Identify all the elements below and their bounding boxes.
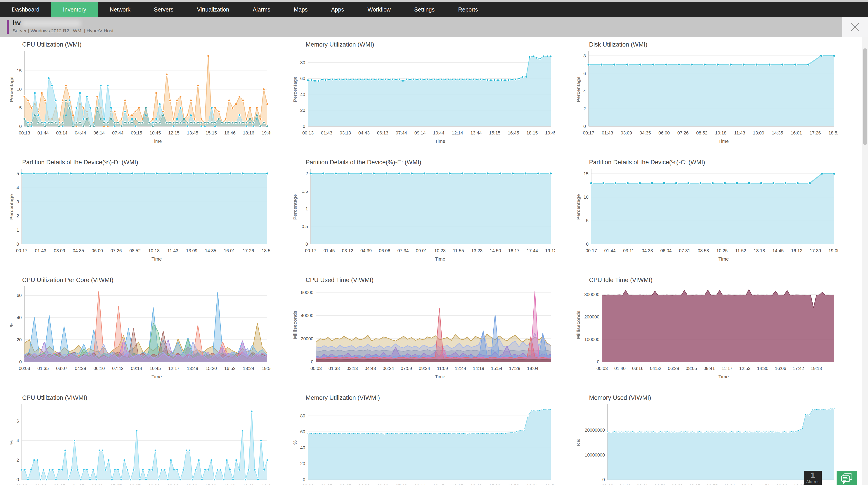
svg-text:60: 60 [300, 429, 305, 434]
svg-text:06:24: 06:24 [382, 366, 394, 371]
nav-item-network[interactable]: Network [98, 2, 142, 17]
nav-item-workflow[interactable]: Workflow [356, 2, 402, 17]
svg-text:01:35: 01:35 [37, 366, 49, 371]
y-axis-label: Percentage [9, 194, 14, 220]
svg-text:20: 20 [300, 461, 305, 466]
nav-item-virtualization[interactable]: Virtualization [185, 2, 241, 17]
svg-text:2: 2 [17, 458, 19, 463]
nav-item-inventory[interactable]: Inventory [51, 2, 98, 17]
svg-text:15: 15 [584, 171, 589, 176]
nav-item-dashboard[interactable]: Dashboard [0, 2, 51, 17]
chart-card-4: Partition Details of the Device(%)-E: (W… [292, 157, 572, 274]
svg-text:07:44: 07:44 [396, 130, 407, 135]
svg-text:0: 0 [597, 359, 599, 364]
svg-text:09:01: 09:01 [416, 248, 427, 253]
nav-item-reports[interactable]: Reports [446, 2, 490, 17]
close-icon [850, 22, 860, 32]
svg-text:80: 80 [300, 413, 305, 418]
chart-canvas[interactable]: 020406000:0301:3503:0704:3806:1007:4209:… [9, 284, 271, 374]
svg-text:10:45: 10:45 [433, 484, 444, 485]
svg-text:08:05: 08:05 [686, 366, 697, 371]
chart-title: Partition Details of the Device(%)-E: (W… [306, 159, 572, 166]
svg-text:19:45: 19:45 [545, 130, 555, 135]
svg-text:10:25: 10:25 [716, 248, 728, 253]
svg-text:03:16: 03:16 [632, 366, 644, 371]
svg-text:200000: 200000 [585, 314, 600, 319]
svg-text:40000: 40000 [301, 313, 313, 318]
svg-text:12:53: 12:53 [739, 366, 751, 371]
chart-canvas[interactable]: 02040608000:0301:3503:0704:3806:1007:420… [292, 402, 555, 485]
svg-text:0: 0 [17, 241, 19, 247]
svg-text:12:08: 12:08 [167, 484, 178, 485]
y-axis-label: KB [576, 439, 581, 446]
chart-card-8: CPU Idle Time (VIWMI)0100000200000300000… [576, 274, 855, 392]
close-button[interactable] [842, 17, 868, 37]
svg-text:13:39: 13:39 [186, 484, 197, 485]
svg-text:07:26: 07:26 [677, 130, 689, 135]
chart-canvas[interactable]: 0246800:1701:4303:0904:3506:0007:2608:52… [576, 48, 838, 138]
svg-text:03:11: 03:11 [623, 248, 634, 253]
svg-text:18:24: 18:24 [526, 484, 538, 485]
nav-item-settings[interactable]: Settings [402, 2, 446, 17]
svg-text:4: 4 [583, 89, 586, 94]
svg-text:14:19: 14:19 [473, 366, 484, 371]
svg-text:06:00: 06:00 [658, 130, 670, 135]
svg-text:17:42: 17:42 [793, 366, 804, 371]
svg-text:19:04: 19:04 [527, 366, 538, 371]
device-title: hv [13, 19, 81, 27]
x-axis-label: Time [9, 374, 288, 380]
chart-canvas[interactable]: 00.511.5200:1701:4503:1204:3906:0607:340… [292, 166, 555, 256]
svg-text:00:03: 00:03 [310, 366, 322, 371]
chart-title: Memory Used (VIWMI) [589, 394, 855, 401]
chart-canvas[interactable]: 010000020000030000000:0301:4003:1604:520… [576, 284, 838, 374]
alarms-badge[interactable]: 1 Alarms [804, 471, 822, 485]
x-axis-label: Time [292, 138, 572, 144]
svg-text:16:17: 16:17 [508, 248, 519, 253]
chart-canvas[interactable]: 02040608000:1301:4303:1304:4306:1307:440… [292, 48, 555, 138]
svg-text:80: 80 [300, 60, 305, 65]
chart-title: Partition Details of the Device(%)-D: (W… [22, 159, 288, 166]
svg-text:00:17: 00:17 [16, 248, 27, 253]
svg-text:40: 40 [300, 92, 305, 97]
chart-canvas[interactable]: 05101500:1301:4403:1404:4406:1407:4409:1… [9, 48, 271, 138]
svg-text:6: 6 [583, 71, 586, 76]
chart-canvas[interactable]: 024600:0301:3403:0504:3506:0607:3709:071… [9, 402, 271, 485]
svg-text:04:38: 04:38 [358, 484, 369, 485]
chart-canvas[interactable]: 0100000002000000000:0301:4203:2104:5906:… [576, 402, 838, 485]
svg-text:300000: 300000 [585, 292, 600, 297]
svg-text:06:04: 06:04 [660, 248, 672, 253]
svg-text:04:35: 04:35 [73, 484, 84, 485]
chart-canvas[interactable]: 01234500:1701:4303:0904:3506:0007:2608:5… [9, 166, 271, 256]
nav-item-alarms[interactable]: Alarms [241, 2, 282, 17]
nav-item-servers[interactable]: Servers [142, 2, 185, 17]
svg-text:12:15: 12:15 [168, 130, 180, 135]
svg-text:18:52: 18:52 [829, 130, 838, 135]
svg-text:18:11: 18:11 [243, 484, 254, 485]
nav-item-apps[interactable]: Apps [319, 2, 356, 17]
y-axis-label: % [292, 440, 298, 445]
svg-text:00:03: 00:03 [596, 366, 608, 371]
scrollbar-thumb[interactable] [863, 48, 867, 145]
scrollbar-track[interactable] [862, 37, 868, 485]
nav-item-maps[interactable]: Maps [282, 2, 319, 17]
svg-text:01:40: 01:40 [614, 366, 626, 371]
svg-text:10:18: 10:18 [148, 248, 160, 253]
chart-canvas[interactable]: 020000400006000000:0301:3803:1304:4806:2… [292, 284, 555, 374]
svg-text:00:13: 00:13 [19, 130, 30, 135]
chart-canvas[interactable]: 05101500:1701:4403:1104:3806:0407:3108:5… [576, 166, 838, 256]
svg-text:03:05: 03:05 [54, 484, 65, 485]
svg-text:15:10: 15:10 [205, 484, 216, 485]
svg-text:13:09: 13:09 [753, 130, 764, 135]
svg-text:09:41: 09:41 [704, 366, 715, 371]
svg-text:04:35: 04:35 [640, 130, 651, 135]
svg-text:09:15: 09:15 [131, 130, 142, 135]
svg-text:0: 0 [19, 359, 22, 364]
y-axis-label: % [9, 440, 14, 445]
svg-text:0: 0 [303, 124, 305, 129]
svg-text:0: 0 [17, 477, 19, 482]
chart-title: Memory Utilization (WMI) [306, 41, 572, 48]
chart-title: CPU Utilization (VIWMI) [22, 394, 288, 401]
svg-text:07:42: 07:42 [112, 366, 123, 371]
feedback-button[interactable] [837, 471, 857, 485]
svg-text:20: 20 [17, 337, 22, 342]
